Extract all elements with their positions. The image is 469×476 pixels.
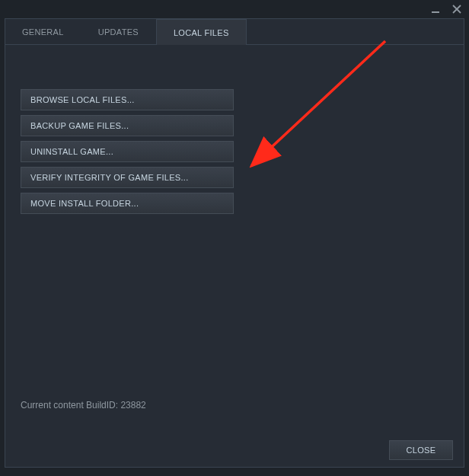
close-button[interactable]: CLOSE [389,440,453,460]
properties-window: GENERAL UPDATES LOCAL FILES BROWSE LOCAL… [5,18,464,468]
tab-updates[interactable]: UPDATES [81,19,156,45]
move-install-folder-button[interactable]: MOVE INSTALL FOLDER... [21,193,234,214]
verify-integrity-button[interactable]: VERIFY INTEGRITY OF GAME FILES... [21,167,234,188]
footer: CLOSE [5,433,464,467]
svg-rect-0 [432,11,439,13]
minimize-button[interactable] [429,3,442,15]
browse-local-files-button[interactable]: BROWSE LOCAL FILES... [21,89,234,110]
backup-game-files-button[interactable]: BACKUP GAME FILES... [21,115,234,136]
tab-bar: GENERAL UPDATES LOCAL FILES [5,19,464,45]
tab-content: BROWSE LOCAL FILES... BACKUP GAME FILES.… [5,45,464,433]
close-window-button[interactable] [451,3,463,15]
close-icon [452,5,461,14]
tab-general[interactable]: GENERAL [5,19,81,45]
minimize-icon [431,5,440,14]
uninstall-game-button[interactable]: UNINSTALL GAME... [21,141,234,162]
build-id-label: Current content BuildID: 23882 [21,400,146,411]
tab-local-files[interactable]: LOCAL FILES [156,19,247,46]
titlebar [0,0,469,18]
